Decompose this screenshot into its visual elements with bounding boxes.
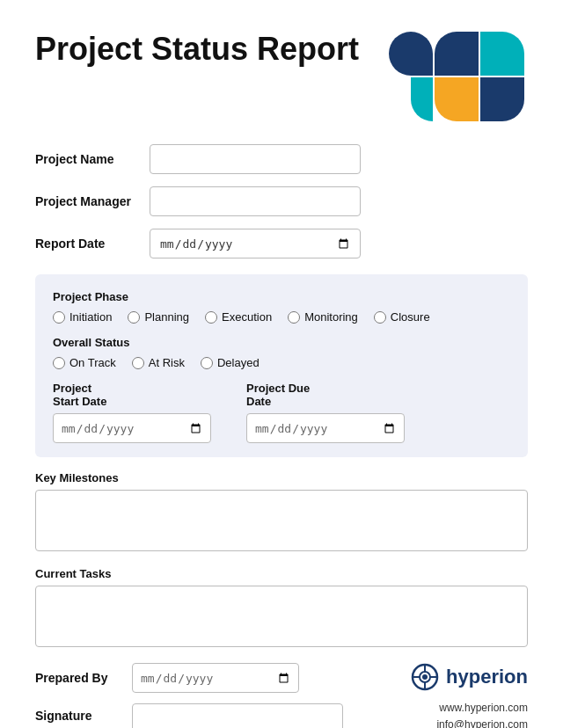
prepared-by-label: Prepared By [35,671,132,685]
project-manager-row: Project Manager [35,186,528,216]
phase-planning[interactable]: Planning [128,310,189,324]
status-delayed-radio[interactable] [201,357,213,369]
phase-initiation-label: Initiation [69,310,112,324]
start-date-col: ProjectStart Date [53,382,211,443]
current-tasks-section: Current Tasks [35,567,528,651]
footer-website: www.hyperion.com [436,700,528,717]
phase-planning-label: Planning [144,310,189,324]
svg-point-6 [422,674,428,680]
phase-closure-radio[interactable] [374,311,386,324]
overall-status-label: Overall Status [53,336,510,349]
mosaic-piece-5 [389,32,433,76]
mosaic-piece-3 [435,77,479,121]
project-name-input[interactable] [150,144,361,174]
phase-initiation[interactable]: Initiation [53,310,112,324]
project-name-label: Project Name [35,152,150,166]
report-date-input[interactable] [150,229,361,258]
status-delayed-label: Delayed [217,356,260,369]
date-row: ProjectStart Date Project DueDate [53,382,510,443]
phase-initiation-radio[interactable] [53,311,65,324]
signature-textarea[interactable] [132,703,343,728]
blue-section: Project Phase Initiation Planning Execut… [35,274,528,457]
page: Project Status Report Project Name Proje… [0,0,563,728]
header: Project Status Report [35,32,528,120]
project-start-date-input[interactable] [53,413,211,443]
current-tasks-textarea[interactable] [35,586,528,647]
mosaic-piece-2 [480,32,524,76]
due-date-col: Project DueDate [246,382,405,443]
phase-monitoring[interactable]: Monitoring [288,310,358,324]
project-phase-group: Initiation Planning Execution Monitoring… [53,310,510,324]
status-at-risk-radio[interactable] [132,357,144,369]
project-manager-input[interactable] [150,186,361,216]
project-phase-label: Project Phase [53,290,510,303]
project-name-row: Project Name [35,144,528,174]
status-at-risk[interactable]: At Risk [132,356,185,369]
due-date-label: Project DueDate [246,382,405,408]
footer-left: Prepared By Signature [35,663,411,728]
key-milestones-section: Key Milestones [35,471,528,555]
footer-right: hyperion www.hyperion.com info@hyperion.… [411,663,528,728]
phase-execution-radio[interactable] [205,311,217,324]
key-milestones-label: Key Milestones [35,471,528,484]
status-delayed[interactable]: Delayed [201,356,260,369]
signature-label: Signature [35,703,132,723]
logo-mosaic [422,32,528,120]
project-manager-label: Project Manager [35,194,150,208]
overall-status-group: On Track At Risk Delayed [53,356,510,369]
status-on-track-radio[interactable] [53,357,65,369]
footer: Prepared By Signature [35,663,528,728]
report-date-label: Report Date [35,237,150,251]
footer-contact: www.hyperion.com info@hyperion.com 555-9… [436,700,528,728]
mosaic-piece-4 [480,77,524,121]
phase-execution-label: Execution [222,310,272,324]
prepared-by-date-input[interactable] [132,663,299,693]
key-milestones-textarea[interactable] [35,490,528,551]
mosaic-piece-6 [411,77,433,121]
phase-execution[interactable]: Execution [205,310,272,324]
phase-planning-radio[interactable] [128,311,140,324]
current-tasks-label: Current Tasks [35,567,528,580]
status-at-risk-label: At Risk [149,356,185,369]
status-on-track[interactable]: On Track [53,356,116,369]
prepared-by-row: Prepared By [35,663,411,693]
start-date-label: ProjectStart Date [53,382,211,408]
signature-row: Signature [35,703,411,728]
report-date-row: Report Date [35,229,528,258]
phase-closure[interactable]: Closure [374,310,430,324]
page-title: Project Status Report [35,32,359,67]
hyperion-logo: hyperion [411,663,528,691]
hyperion-name: hyperion [446,666,528,688]
mosaic-piece-1 [435,32,479,76]
phase-closure-label: Closure [391,310,430,324]
hyperion-icon [411,663,439,691]
project-due-date-input[interactable] [246,413,405,443]
footer-email: info@hyperion.com [436,717,528,728]
phase-monitoring-label: Monitoring [304,310,358,324]
status-on-track-label: On Track [69,356,116,369]
phase-monitoring-radio[interactable] [288,311,300,324]
